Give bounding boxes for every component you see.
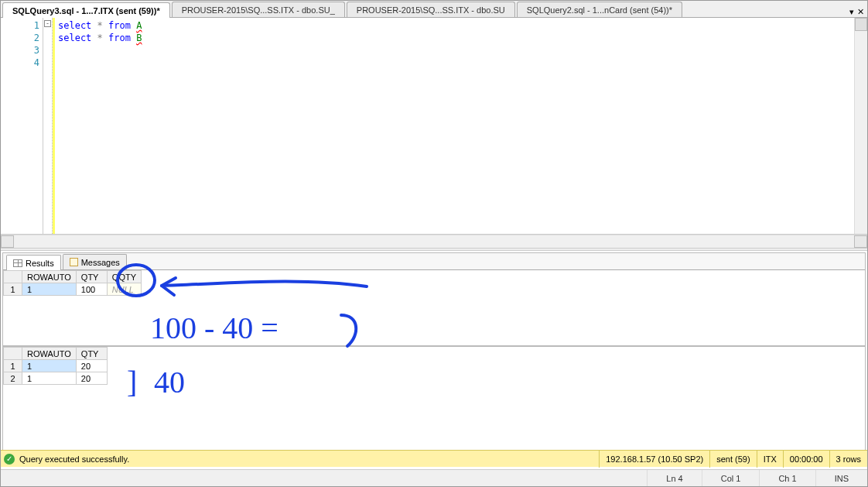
operator: * xyxy=(97,20,103,31)
col-header[interactable]: ROWAUTO xyxy=(22,348,77,360)
grid-table[interactable]: ROWAUTO QTY 1 1 20 2 1 20 xyxy=(3,347,108,385)
vertical-scrollbar[interactable] xyxy=(854,18,867,234)
keyword: select xyxy=(58,20,91,31)
scroll-track[interactable] xyxy=(14,235,854,248)
identifier: A xyxy=(136,20,142,31)
cell[interactable]: 1 xyxy=(22,372,77,385)
cell[interactable]: 20 xyxy=(76,372,107,385)
operator: * xyxy=(97,33,103,43)
cell[interactable]: 20 xyxy=(76,360,107,372)
col-header[interactable]: QQTY xyxy=(107,271,141,283)
status-insert-mode: INS xyxy=(815,470,867,487)
success-icon: ✓ xyxy=(4,454,15,465)
tab-label: Messages xyxy=(81,255,120,270)
grid-table[interactable]: ROWAUTO QTY QQTY 1 1 100 NULL xyxy=(3,270,142,296)
row-number: 1 xyxy=(4,283,22,296)
cell[interactable]: 1 xyxy=(22,360,77,372)
row-header-blank xyxy=(4,271,22,283)
tab-prouser-su[interactable]: PROUSER-2015\SQ...SS.ITX - dbo.SU xyxy=(347,2,515,17)
line-number: 3 xyxy=(1,44,39,57)
status-rowcount: 3 rows xyxy=(829,451,867,468)
horizontal-splitter[interactable] xyxy=(1,248,867,251)
document-tabstrip: SQLQuery3.sql - 1...7.ITX (sent (59))* P… xyxy=(1,1,867,18)
row-header-blank xyxy=(4,348,22,360)
line-number-gutter: 1 2 3 4 xyxy=(1,18,43,234)
fold-toggle-icon[interactable]: - xyxy=(44,20,51,27)
grid-row[interactable]: 2 1 20 xyxy=(4,372,108,385)
row-number: 1 xyxy=(4,360,22,372)
scrollbar-thumb[interactable] xyxy=(855,18,867,31)
status-line: Ln 4 xyxy=(647,470,701,487)
tab-messages[interactable]: Messages xyxy=(63,254,127,269)
line-number: 4 xyxy=(1,57,39,69)
result-grid-1: ROWAUTO QTY QQTY 1 1 100 NULL xyxy=(3,270,865,346)
scroll-left-icon[interactable] xyxy=(1,235,14,248)
code-fold-gutter: - xyxy=(43,18,53,234)
row-number: 2 xyxy=(4,372,22,385)
tab-results[interactable]: Results xyxy=(6,255,61,270)
cell[interactable]: 100 xyxy=(76,283,107,296)
status-col: Col 1 xyxy=(702,470,760,487)
cell-null[interactable]: NULL xyxy=(107,283,141,296)
results-tabstrip: Results Messages xyxy=(3,253,865,270)
status-message: Query executed successfully. xyxy=(19,454,129,464)
scroll-right-icon[interactable] xyxy=(854,235,867,248)
editor-status-bar: Ln 4 Col 1 Ch 1 INS xyxy=(1,469,867,486)
tab-sqlquery2[interactable]: SQLQuery2.sql - 1...nCard (sent (54))* xyxy=(517,2,682,17)
horizontal-scrollbar[interactable] xyxy=(1,235,867,248)
query-status-bar: ✓ Query executed successfully. 192.168.1… xyxy=(1,450,867,467)
tab-overflow-icon[interactable]: ▾ xyxy=(849,7,854,17)
results-pane: Results Messages ROWAUTO QTY QQTY 1 1 10… xyxy=(2,252,866,458)
status-time: 00:00:00 xyxy=(783,451,829,468)
cell[interactable]: 1 xyxy=(22,283,77,296)
col-header[interactable]: QTY xyxy=(76,271,107,283)
result-grid-2: ROWAUTO QTY 1 1 20 2 1 20 xyxy=(3,346,865,456)
grid-header-row: ROWAUTO QTY xyxy=(4,348,108,360)
grid-row[interactable]: 1 1 100 NULL xyxy=(4,283,142,296)
status-server: 192.168.1.57 (10.50 SP2) xyxy=(599,451,709,468)
close-icon[interactable]: ✕ xyxy=(857,7,864,17)
grid-row[interactable]: 1 1 20 xyxy=(4,360,108,372)
code-area[interactable]: select * from A select * from B xyxy=(55,18,854,234)
messages-icon xyxy=(70,258,78,266)
identifier: B xyxy=(136,33,142,43)
col-header[interactable]: ROWAUTO xyxy=(22,271,77,283)
status-ch: Ch 1 xyxy=(759,470,815,487)
status-user: sent (59) xyxy=(709,451,756,468)
grid-header-row: ROWAUTO QTY QQTY xyxy=(4,271,142,283)
tab-sqlquery3[interactable]: SQLQuery3.sql - 1...7.ITX (sent (59))* xyxy=(2,2,170,18)
keyword: from xyxy=(108,20,131,31)
col-header[interactable]: QTY xyxy=(76,348,107,360)
grid-icon xyxy=(13,259,22,267)
line-number: 1 xyxy=(1,19,39,32)
sql-editor: 1 2 3 4 - select * from A select * from … xyxy=(1,18,867,235)
status-db: ITX xyxy=(757,451,783,468)
keyword: from xyxy=(108,33,131,43)
tab-prouser-su-underscore[interactable]: PROUSER-2015\SQ...SS.ITX - dbo.SU_ xyxy=(172,2,345,17)
tab-label: Results xyxy=(26,256,54,271)
keyword: select xyxy=(58,33,91,43)
line-number: 2 xyxy=(1,32,39,44)
